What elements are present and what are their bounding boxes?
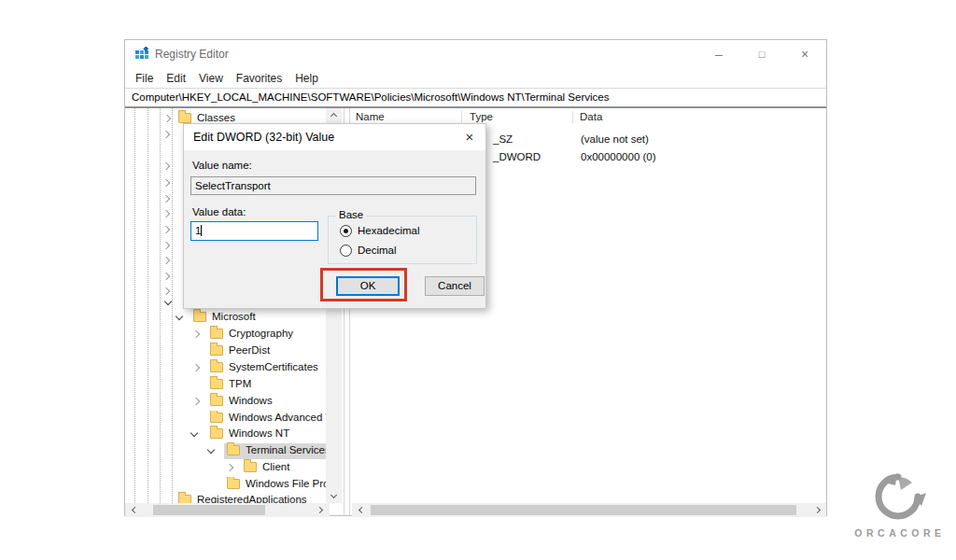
folder-icon bbox=[210, 413, 223, 423]
column-data[interactable]: Data bbox=[580, 111, 602, 122]
chevron-right-icon[interactable] bbox=[192, 364, 200, 371]
chevron-right-icon[interactable] bbox=[162, 242, 170, 249]
tree-item-label: RegisteredApplications bbox=[197, 494, 307, 503]
tree-item-windows[interactable]: Windows bbox=[125, 394, 326, 410]
tree-item-label: Terminal Services bbox=[246, 444, 326, 455]
column-name[interactable]: Name bbox=[356, 111, 385, 122]
chevron-right-icon[interactable] bbox=[226, 464, 233, 471]
menu-view[interactable]: View bbox=[192, 72, 230, 85]
tree-item-label: Client bbox=[262, 461, 289, 472]
radio-selected-icon[interactable] bbox=[340, 225, 352, 237]
tree-item-client[interactable]: Client bbox=[125, 460, 326, 476]
column-type[interactable]: Type bbox=[470, 111, 493, 122]
column-separator[interactable] bbox=[461, 111, 462, 123]
list-horizontal-scrollbar[interactable] bbox=[352, 503, 826, 517]
tree-item-label: Classes bbox=[197, 112, 235, 123]
close-button[interactable]: × bbox=[783, 40, 826, 68]
tree-item-label: Windows bbox=[229, 395, 273, 406]
chevron-right-icon[interactable] bbox=[192, 330, 200, 338]
scroll-right-icon[interactable] bbox=[811, 503, 825, 517]
value-data: 0x00000000 (0) bbox=[581, 151, 656, 162]
chevron-right-icon[interactable] bbox=[162, 257, 170, 264]
radio-decimal[interactable]: Decimal bbox=[340, 244, 471, 258]
folder-icon bbox=[210, 396, 223, 406]
chevron-right-icon[interactable] bbox=[162, 162, 170, 170]
chevron-right-icon[interactable] bbox=[192, 398, 200, 405]
folder-icon bbox=[178, 495, 191, 503]
tree-item-label: Microsoft bbox=[212, 311, 256, 322]
column-separator[interactable] bbox=[572, 111, 573, 123]
chevron-right-icon[interactable] bbox=[162, 195, 170, 203]
tree-item-systemcertificates[interactable]: SystemCertificates bbox=[125, 360, 326, 376]
base-groupbox: Base Hexadecimal Decimal bbox=[328, 216, 477, 264]
menu-file[interactable]: File bbox=[129, 72, 160, 85]
chevron-right-icon[interactable] bbox=[162, 131, 170, 138]
scroll-down-icon[interactable] bbox=[327, 489, 341, 503]
tree-item-peerdist[interactable]: PeerDist bbox=[125, 343, 326, 359]
chevron-right-icon[interactable] bbox=[162, 210, 170, 217]
value-data-field[interactable]: 1 bbox=[190, 221, 318, 241]
tree-item-microsoft[interactable]: Microsoft bbox=[125, 310, 326, 326]
registry-editor-icon bbox=[134, 47, 149, 62]
menu-favorites[interactable]: Favorites bbox=[230, 72, 288, 85]
dialog-title: Edit DWORD (32-bit) Value bbox=[193, 131, 334, 144]
title-bar: Registry Editor – □ × bbox=[125, 40, 826, 68]
chevron-down-icon[interactable] bbox=[176, 313, 183, 320]
chevron-right-icon[interactable] bbox=[163, 115, 171, 122]
folder-icon bbox=[244, 462, 257, 472]
value-name-label: Value name: bbox=[192, 160, 252, 171]
tree-item-label: Windows File Prot bbox=[246, 478, 326, 489]
page: Registry Editor – □ × File Edit View Fav… bbox=[0, 0, 956, 560]
branding: ORCACORE bbox=[838, 471, 956, 546]
tree-item-windows-file-protection[interactable]: Windows File Prot bbox=[125, 477, 326, 493]
scroll-left-icon[interactable] bbox=[127, 503, 141, 517]
scroll-left-icon[interactable] bbox=[354, 503, 368, 517]
chevron-right-icon[interactable] bbox=[162, 226, 170, 233]
menu-help[interactable]: Help bbox=[288, 72, 325, 85]
dialog-title-bar: Edit DWORD (32-bit) Value × bbox=[184, 124, 485, 150]
tree-item-label: TPM bbox=[229, 378, 251, 389]
tree-item-label: PeerDist bbox=[229, 344, 270, 356]
folder-icon bbox=[227, 479, 240, 489]
tree-horizontal-scrollbar[interactable] bbox=[125, 503, 330, 517]
cancel-button[interactable]: Cancel bbox=[425, 276, 485, 296]
chevron-right-icon[interactable] bbox=[162, 287, 170, 295]
tree-item-label: SystemCertificates bbox=[229, 361, 318, 372]
address-bar[interactable]: Computer\HKEY_LOCAL_MACHINE\SOFTWARE\Pol… bbox=[125, 88, 826, 108]
chevron-down-icon[interactable] bbox=[164, 298, 172, 305]
value-type: _DWORD bbox=[493, 151, 541, 162]
chevron-down-icon[interactable] bbox=[207, 446, 215, 454]
folder-icon bbox=[227, 445, 240, 455]
chevron-right-icon[interactable] bbox=[162, 273, 170, 280]
folder-icon bbox=[178, 113, 191, 123]
orcacore-logo-icon bbox=[867, 471, 929, 522]
tree-item-windows-advanced[interactable]: Windows Advanced T bbox=[125, 411, 326, 427]
scroll-up-icon[interactable] bbox=[327, 108, 341, 122]
value-data-label: Value data: bbox=[192, 206, 246, 217]
radio-hexadecimal[interactable]: Hexadecimal bbox=[340, 224, 471, 238]
folder-icon bbox=[210, 362, 223, 372]
base-group-label: Base bbox=[336, 209, 366, 220]
folder-icon bbox=[193, 312, 206, 322]
menu-bar: File Edit View Favorites Help bbox=[125, 68, 826, 88]
text-caret bbox=[201, 225, 202, 236]
tree-item-tpm[interactable]: TPM bbox=[125, 377, 326, 393]
radio-label: Hexadecimal bbox=[358, 225, 419, 236]
dialog-close-icon[interactable]: × bbox=[459, 128, 480, 147]
value-name-field[interactable]: SelectTransport bbox=[190, 176, 476, 195]
menu-edit[interactable]: Edit bbox=[160, 72, 192, 85]
tree-item-cryptography[interactable]: Cryptography bbox=[125, 327, 326, 343]
scrollbar-thumb[interactable] bbox=[153, 505, 265, 515]
scroll-right-icon[interactable] bbox=[314, 503, 328, 517]
maximize-button[interactable]: □ bbox=[740, 40, 783, 68]
minimize-button[interactable]: – bbox=[697, 40, 740, 68]
chevron-right-icon[interactable] bbox=[162, 179, 170, 187]
chevron-down-icon[interactable] bbox=[190, 429, 198, 437]
tree-item-windows-nt[interactable]: Windows NT bbox=[125, 427, 326, 442]
scrollbar-thumb[interactable] bbox=[371, 505, 796, 515]
tree-item-terminal-services[interactable]: Terminal Services bbox=[125, 443, 326, 459]
tree-item-registeredapplications[interactable]: RegisteredApplications bbox=[125, 492, 326, 503]
radio-unselected-icon[interactable] bbox=[340, 245, 352, 257]
folder-icon bbox=[210, 428, 223, 439]
branding-text: ORCACORE bbox=[838, 527, 956, 539]
